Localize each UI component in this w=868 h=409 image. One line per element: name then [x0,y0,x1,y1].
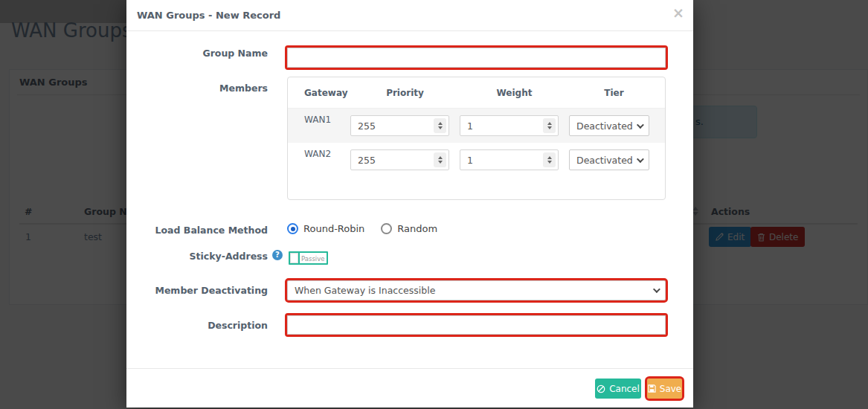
modal-header: WAN Groups - New Record × [126,0,693,31]
members-table-header: Gateway Priority Weight Tier [288,77,665,109]
toggle-knob [290,253,300,263]
save-floppy-icon [648,384,656,393]
radio-round-robin-label: Round-Robin [303,223,364,234]
radio-random-label: Random [397,223,437,234]
members-col-gateway: Gateway [295,88,350,98]
toggle-state-label: Passive [300,253,327,263]
member-deactivating-select[interactable]: When Gateway is Inaccessible [287,280,666,300]
help-icon[interactable]: ? [272,250,283,260]
member-row-wan2: WAN2 Deactivated [288,143,665,177]
chevron-down-icon [653,286,660,293]
cancel-button-label: Cancel [609,384,640,394]
member-deactivating-value: When Gateway is Inaccessible [295,285,435,296]
ban-circle-icon [597,384,605,393]
radio-round-robin[interactable] [287,223,298,234]
tier-select-value: Deactivated [576,155,633,166]
close-icon[interactable]: × [672,6,684,20]
load-balance-options: Round-Robin Random [287,223,437,234]
members-table: Gateway Priority Weight Tier WAN1 Deacti… [287,77,666,200]
sticky-address-toggle[interactable]: Passive [289,251,328,265]
members-col-priority: Priority [350,88,460,98]
members-col-weight: Weight [460,88,569,98]
members-label: Members [126,83,268,94]
group-name-label: Group Name [126,48,268,59]
cancel-button[interactable]: Cancel [595,379,641,399]
load-balance-method-label: Load Balance Method [126,225,268,236]
number-spinner-icon[interactable] [434,118,446,133]
gateway-name: WAN2 [295,143,350,159]
chevron-down-icon [637,155,644,163]
wan-groups-new-record-modal: WAN Groups - New Record × Group Name Mem… [126,0,693,408]
save-button[interactable]: Save [647,379,682,399]
radio-random[interactable] [381,223,392,234]
modal-title: WAN Groups - New Record [137,10,280,21]
description-label: Description [126,320,268,331]
member-row-wan1: WAN1 Deactivated [288,109,665,143]
description-input[interactable] [287,315,666,335]
tier-select-value: Deactivated [576,120,633,132]
chevron-down-icon [637,121,644,129]
save-button-label: Save [660,384,681,394]
modal-footer-divider [126,368,693,369]
tier-select-wan2[interactable]: Deactivated [569,149,649,170]
tier-select-wan1[interactable]: Deactivated [569,115,649,136]
members-col-tier: Tier [569,88,659,98]
sticky-address-label: Sticky-Address [126,251,268,262]
gateway-name: WAN1 [295,109,350,125]
number-spinner-icon[interactable] [543,118,556,133]
number-spinner-icon[interactable] [543,152,556,167]
number-spinner-icon[interactable] [434,152,446,167]
member-deactivating-label: Member Deactivating [126,285,268,296]
group-name-input[interactable] [287,48,666,68]
